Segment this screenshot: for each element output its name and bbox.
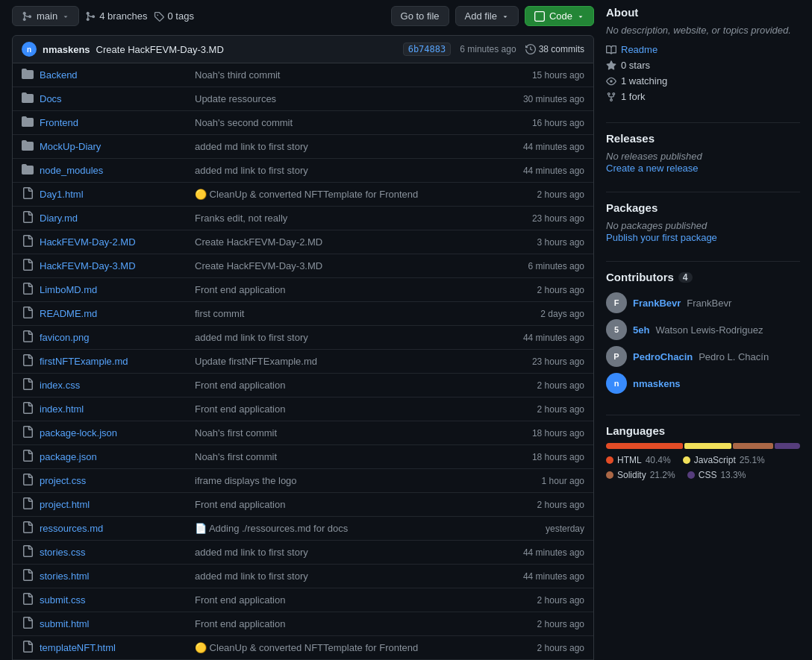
add-file-button[interactable]: Add file — [455, 6, 519, 26]
file-name[interactable]: Frontend — [40, 117, 189, 128]
file-name[interactable]: favicon.png — [40, 332, 189, 343]
file-name[interactable]: firstNFTExample.md — [40, 356, 189, 367]
readme-stat: Readme — [606, 42, 800, 57]
create-release-link[interactable]: Create a new release — [606, 163, 699, 174]
commit-author[interactable]: nmaskens — [43, 44, 90, 55]
about-section: About No description, website, or topics… — [606, 6, 800, 104]
lang-name[interactable]: HTML — [617, 455, 642, 465]
file-message: added md link to first story — [195, 571, 489, 582]
watching-label: 1 watching — [621, 75, 667, 87]
file-name[interactable]: index.html — [40, 403, 189, 415]
commits-link[interactable]: 38 commits — [525, 44, 584, 54]
code-button[interactable]: Code — [525, 6, 594, 26]
file-time: 44 minutes ago — [495, 166, 584, 176]
languages-bar — [606, 443, 800, 449]
lang-name[interactable]: CSS — [699, 470, 717, 480]
file-time: 23 hours ago — [495, 213, 584, 224]
file-name[interactable]: package-lock.json — [40, 427, 189, 439]
file-icon — [22, 378, 34, 392]
file-table: BackendNoah's third commit15 hours agoDo… — [12, 63, 594, 660]
file-name[interactable]: stories.css — [40, 547, 189, 558]
file-name[interactable]: index.css — [40, 380, 189, 391]
contributor-username[interactable]: FrankBevr — [633, 298, 681, 309]
contributor-username[interactable]: nmaskens — [633, 378, 681, 389]
table-row: LimboMD.mdFront end application2 hours a… — [13, 278, 593, 302]
lang-name[interactable]: Solidity — [617, 470, 646, 480]
file-message: Front end application — [195, 403, 489, 415]
contributor-username[interactable]: 5eh — [633, 324, 649, 336]
lang-dot — [687, 471, 695, 479]
commit-sha[interactable]: 6b74883 — [403, 43, 452, 56]
goto-file-button[interactable]: Go to file — [391, 6, 449, 26]
avatar: n — [606, 373, 627, 394]
file-name[interactable]: LimboMD.md — [40, 284, 189, 295]
file-name[interactable]: Backend — [40, 69, 189, 81]
tags-meta: 0 tags — [154, 10, 194, 22]
file-name[interactable]: MockUp-Diary — [40, 141, 189, 152]
file-message: first commit — [195, 308, 489, 319]
file-name[interactable]: submit.html — [40, 618, 189, 629]
file-message: Create HackFEVM-Day-2.MD — [195, 236, 489, 248]
book-icon — [606, 45, 616, 55]
file-name[interactable]: README.md — [40, 308, 189, 319]
contributor-handle: Pedro L. Chacín — [699, 351, 769, 362]
file-name[interactable]: package.json — [40, 451, 189, 462]
file-name[interactable]: stories.html — [40, 571, 189, 582]
contributors-section: Contributors 4 FFrankBevrFrankBevr55ehWa… — [606, 271, 800, 397]
file-icon — [22, 235, 34, 249]
file-name[interactable]: Docs — [40, 93, 189, 104]
languages-section: Languages HTML40.4%JavaScript25.1%Solidi… — [606, 424, 800, 480]
folder-icon — [22, 92, 34, 106]
avatar: 5 — [606, 319, 627, 340]
branch-selector[interactable]: main — [12, 6, 79, 26]
lang-name[interactable]: JavaScript — [694, 455, 736, 465]
file-message: Update ressources — [195, 93, 489, 104]
readme-label[interactable]: Readme — [621, 44, 658, 55]
file-name[interactable]: node_modules — [40, 165, 189, 176]
code-icon — [534, 11, 545, 22]
lang-segment-solidity — [733, 443, 773, 449]
file-name[interactable]: Diary.md — [40, 213, 189, 224]
no-releases: No releases published — [606, 151, 800, 162]
contributor-username[interactable]: PedroChacin — [633, 351, 693, 362]
file-icon — [22, 402, 34, 416]
file-time: 30 minutes ago — [495, 94, 584, 104]
avatar: P — [606, 346, 627, 367]
releases-title: Releases — [606, 132, 800, 145]
file-message: Noah's first commit — [195, 427, 489, 439]
file-message: added md link to first story — [195, 165, 489, 176]
publish-package-link[interactable]: Publish your first package — [606, 232, 717, 243]
lang-percent: 40.4% — [646, 455, 671, 465]
file-name[interactable]: HackFEVM-Day-3.MD — [40, 260, 189, 271]
file-icon — [22, 497, 34, 512]
table-row: README.mdfirst commit2 days ago — [13, 302, 593, 326]
file-message: Create HackFEVM-Day-3.MD — [195, 260, 489, 271]
file-message: Noah's second commit — [195, 117, 489, 128]
file-name[interactable]: project.css — [40, 475, 189, 486]
file-message: Front end application — [195, 618, 489, 629]
lang-percent: 25.1% — [740, 455, 765, 465]
file-message: 🟡 CleanUp & converted NFTTemplate for Fr… — [195, 189, 489, 200]
file-name[interactable]: ressources.md — [40, 523, 189, 534]
file-icon — [22, 187, 34, 201]
table-row: Diary.mdFranks edit, not really23 hours … — [13, 207, 593, 230]
table-row: stories.cssadded md link to first story4… — [13, 541, 593, 565]
file-name[interactable]: submit.css — [40, 594, 189, 606]
watching-stat: 1 watching — [606, 73, 800, 89]
file-time: 44 minutes ago — [495, 571, 584, 582]
folder-icon — [22, 116, 34, 130]
file-name[interactable]: project.html — [40, 499, 189, 510]
lang-percent: 21.2% — [650, 470, 675, 480]
file-icon — [22, 521, 34, 535]
lang-percent: 13.3% — [720, 470, 746, 480]
stars-label: 0 stars — [621, 60, 650, 71]
file-time: 44 minutes ago — [495, 333, 584, 343]
table-row: MockUp-Diaryadded md link to first story… — [13, 135, 593, 159]
file-name[interactable]: HackFEVM-Day-2.MD — [40, 236, 189, 248]
file-name[interactable]: templateNFT.html — [40, 642, 189, 653]
languages-list: HTML40.4%JavaScript25.1%Solidity21.2%CSS… — [606, 455, 800, 480]
file-icon — [22, 283, 34, 297]
chevron-down-icon — [502, 13, 509, 20]
file-name[interactable]: Day1.html — [40, 189, 189, 200]
eye-icon — [606, 76, 616, 87]
